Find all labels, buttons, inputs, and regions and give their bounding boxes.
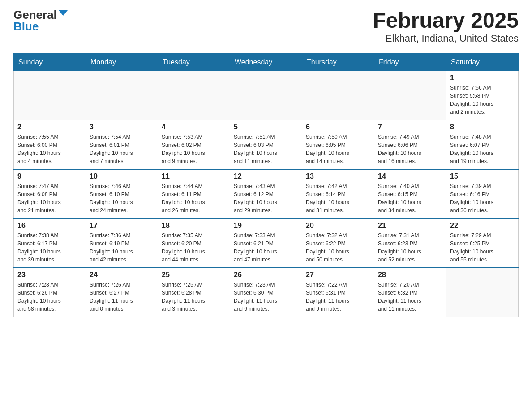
calendar-day-cell: 2Sunrise: 7:55 AM Sunset: 6:00 PM Daylig…	[14, 120, 86, 169]
day-number: 5	[234, 123, 298, 131]
calendar-week-row: 9Sunrise: 7:47 AM Sunset: 6:08 PM Daylig…	[14, 169, 519, 218]
day-number: 1	[450, 74, 515, 82]
calendar-table: SundayMondayTuesdayWednesdayThursdayFrid…	[13, 53, 519, 317]
day-number: 2	[17, 123, 82, 131]
calendar-day-cell: 27Sunrise: 7:22 AM Sunset: 6:31 PM Dayli…	[302, 268, 374, 317]
day-info: Sunrise: 7:25 AM Sunset: 6:28 PM Dayligh…	[162, 281, 226, 313]
calendar-day-cell: 7Sunrise: 7:49 AM Sunset: 6:06 PM Daylig…	[374, 120, 446, 169]
calendar-day-cell: 9Sunrise: 7:47 AM Sunset: 6:08 PM Daylig…	[14, 169, 86, 218]
day-info: Sunrise: 7:56 AM Sunset: 5:58 PM Dayligh…	[450, 84, 515, 116]
calendar-week-row: 2Sunrise: 7:55 AM Sunset: 6:00 PM Daylig…	[14, 120, 519, 169]
calendar-day-cell: 22Sunrise: 7:29 AM Sunset: 6:25 PM Dayli…	[446, 218, 519, 268]
day-info: Sunrise: 7:54 AM Sunset: 6:01 PM Dayligh…	[90, 133, 154, 165]
day-info: Sunrise: 7:43 AM Sunset: 6:12 PM Dayligh…	[234, 182, 298, 214]
calendar-subtitle: Elkhart, Indiana, United States	[373, 33, 519, 44]
calendar-day-cell: 28Sunrise: 7:20 AM Sunset: 6:32 PM Dayli…	[374, 268, 446, 317]
calendar-day-cell: 14Sunrise: 7:40 AM Sunset: 6:15 PM Dayli…	[374, 169, 446, 218]
calendar-day-cell: 17Sunrise: 7:36 AM Sunset: 6:19 PM Dayli…	[86, 218, 158, 268]
day-info: Sunrise: 7:39 AM Sunset: 6:16 PM Dayligh…	[450, 182, 515, 214]
day-info: Sunrise: 7:50 AM Sunset: 6:05 PM Dayligh…	[306, 133, 370, 165]
calendar-day-cell: 15Sunrise: 7:39 AM Sunset: 6:16 PM Dayli…	[446, 169, 519, 218]
day-number: 16	[17, 222, 82, 230]
calendar-day-cell: 21Sunrise: 7:31 AM Sunset: 6:23 PM Dayli…	[374, 218, 446, 268]
day-number: 14	[378, 172, 442, 180]
calendar-day-cell: 5Sunrise: 7:51 AM Sunset: 6:03 PM Daylig…	[230, 120, 302, 169]
calendar-week-row: 23Sunrise: 7:28 AM Sunset: 6:26 PM Dayli…	[14, 268, 519, 317]
day-number: 24	[90, 271, 154, 279]
calendar-day-cell: 3Sunrise: 7:54 AM Sunset: 6:01 PM Daylig…	[86, 120, 158, 169]
calendar-day-cell: 8Sunrise: 7:48 AM Sunset: 6:07 PM Daylig…	[446, 120, 519, 169]
day-number: 8	[450, 123, 515, 131]
calendar-day-header: Wednesday	[230, 53, 302, 71]
day-number: 17	[90, 222, 154, 230]
calendar-day-header: Monday	[86, 53, 158, 71]
calendar-day-cell	[14, 71, 86, 120]
day-number: 26	[234, 271, 298, 279]
day-number: 23	[17, 271, 82, 279]
day-info: Sunrise: 7:32 AM Sunset: 6:22 PM Dayligh…	[306, 231, 370, 264]
day-info: Sunrise: 7:36 AM Sunset: 6:19 PM Dayligh…	[90, 231, 154, 264]
calendar-day-cell	[302, 71, 374, 120]
calendar-day-cell: 25Sunrise: 7:25 AM Sunset: 6:28 PM Dayli…	[158, 268, 230, 317]
calendar-day-cell: 16Sunrise: 7:38 AM Sunset: 6:17 PM Dayli…	[14, 218, 86, 268]
day-info: Sunrise: 7:44 AM Sunset: 6:11 PM Dayligh…	[162, 182, 226, 214]
day-number: 28	[378, 271, 442, 279]
calendar-day-cell: 23Sunrise: 7:28 AM Sunset: 6:26 PM Dayli…	[14, 268, 86, 317]
day-number: 25	[162, 271, 226, 279]
calendar-day-cell: 24Sunrise: 7:26 AM Sunset: 6:27 PM Dayli…	[86, 268, 158, 317]
logo-general: General	[13, 9, 57, 21]
day-number: 15	[450, 172, 515, 180]
day-info: Sunrise: 7:33 AM Sunset: 6:21 PM Dayligh…	[234, 231, 298, 264]
page-header: General Blue February 2025 Elkhart, Indi…	[13, 9, 519, 44]
calendar-day-header: Thursday	[302, 53, 374, 71]
calendar-day-cell: 6Sunrise: 7:50 AM Sunset: 6:05 PM Daylig…	[302, 120, 374, 169]
day-info: Sunrise: 7:38 AM Sunset: 6:17 PM Dayligh…	[17, 231, 82, 264]
day-info: Sunrise: 7:55 AM Sunset: 6:00 PM Dayligh…	[17, 133, 82, 165]
day-number: 10	[90, 172, 154, 180]
day-info: Sunrise: 7:28 AM Sunset: 6:26 PM Dayligh…	[17, 281, 82, 313]
day-info: Sunrise: 7:48 AM Sunset: 6:07 PM Dayligh…	[450, 133, 515, 165]
day-info: Sunrise: 7:46 AM Sunset: 6:10 PM Dayligh…	[90, 182, 154, 214]
day-info: Sunrise: 7:51 AM Sunset: 6:03 PM Dayligh…	[234, 133, 298, 165]
calendar-title: February 2025	[373, 9, 519, 33]
day-number: 22	[450, 222, 515, 230]
calendar-day-cell	[374, 71, 446, 120]
calendar-day-header: Saturday	[446, 53, 519, 71]
day-info: Sunrise: 7:22 AM Sunset: 6:31 PM Dayligh…	[306, 281, 370, 313]
calendar-day-cell	[446, 268, 519, 317]
day-info: Sunrise: 7:53 AM Sunset: 6:02 PM Dayligh…	[162, 133, 226, 165]
day-info: Sunrise: 7:47 AM Sunset: 6:08 PM Dayligh…	[17, 182, 82, 214]
logo: General Blue	[13, 9, 68, 32]
day-info: Sunrise: 7:31 AM Sunset: 6:23 PM Dayligh…	[378, 231, 442, 264]
calendar-day-cell: 13Sunrise: 7:42 AM Sunset: 6:14 PM Dayli…	[302, 169, 374, 218]
title-block: February 2025 Elkhart, Indiana, United S…	[373, 9, 519, 44]
logo-blue: Blue	[13, 21, 39, 32]
day-number: 21	[378, 222, 442, 230]
calendar-day-header: Tuesday	[158, 53, 230, 71]
calendar-day-cell: 26Sunrise: 7:23 AM Sunset: 6:30 PM Dayli…	[230, 268, 302, 317]
day-number: 11	[162, 172, 226, 180]
calendar-day-cell: 12Sunrise: 7:43 AM Sunset: 6:12 PM Dayli…	[230, 169, 302, 218]
calendar-week-row: 16Sunrise: 7:38 AM Sunset: 6:17 PM Dayli…	[14, 218, 519, 268]
calendar-day-cell: 20Sunrise: 7:32 AM Sunset: 6:22 PM Dayli…	[302, 218, 374, 268]
day-number: 4	[162, 123, 226, 131]
day-number: 3	[90, 123, 154, 131]
day-number: 13	[306, 172, 370, 180]
calendar-day-cell	[86, 71, 158, 120]
calendar-day-cell: 11Sunrise: 7:44 AM Sunset: 6:11 PM Dayli…	[158, 169, 230, 218]
day-info: Sunrise: 7:29 AM Sunset: 6:25 PM Dayligh…	[450, 231, 515, 264]
day-number: 20	[306, 222, 370, 230]
calendar-day-cell	[158, 71, 230, 120]
day-number: 9	[17, 172, 82, 180]
day-number: 19	[234, 222, 298, 230]
day-number: 6	[306, 123, 370, 131]
day-info: Sunrise: 7:26 AM Sunset: 6:27 PM Dayligh…	[90, 281, 154, 313]
day-info: Sunrise: 7:49 AM Sunset: 6:06 PM Dayligh…	[378, 133, 442, 165]
day-info: Sunrise: 7:20 AM Sunset: 6:32 PM Dayligh…	[378, 281, 442, 313]
calendar-day-cell: 1Sunrise: 7:56 AM Sunset: 5:58 PM Daylig…	[446, 71, 519, 120]
day-info: Sunrise: 7:35 AM Sunset: 6:20 PM Dayligh…	[162, 231, 226, 264]
calendar-day-cell: 10Sunrise: 7:46 AM Sunset: 6:10 PM Dayli…	[86, 169, 158, 218]
day-info: Sunrise: 7:23 AM Sunset: 6:30 PM Dayligh…	[234, 281, 298, 313]
logo-arrow-icon	[59, 10, 68, 16]
calendar-day-cell: 19Sunrise: 7:33 AM Sunset: 6:21 PM Dayli…	[230, 218, 302, 268]
